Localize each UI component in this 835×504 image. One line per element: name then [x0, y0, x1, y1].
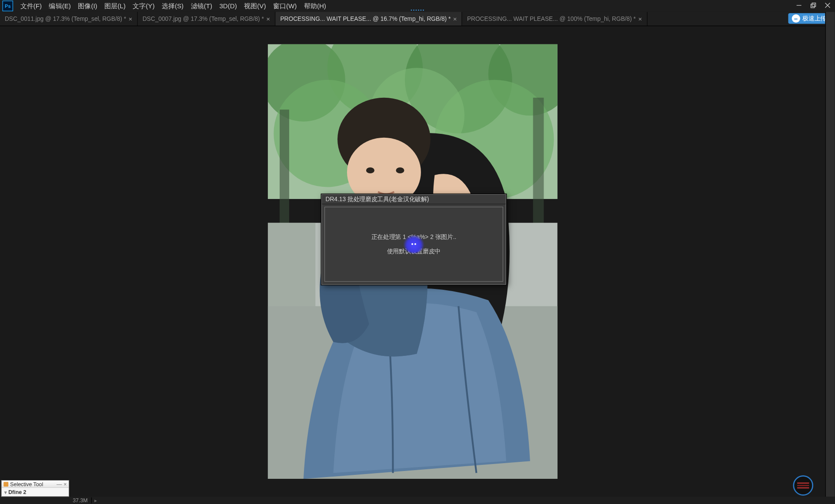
document-tab[interactable]: PROCESSING... WAIT PLEASE... @ 100% (Tem…: [462, 12, 648, 26]
close-icon[interactable]: ×: [266, 15, 270, 22]
svg-rect-1: [811, 4, 815, 8]
chevron-down-icon: ▾: [4, 489, 7, 494]
app-logo: Ps: [2, 0, 13, 11]
selective-tool-body[interactable]: ▾ Dfine 2: [2, 488, 69, 496]
menu-type[interactable]: 文字(Y): [129, 0, 158, 12]
selective-tool-title: Selective Tool: [10, 481, 43, 487]
watermark-badge: [793, 475, 813, 496]
document-tab[interactable]: PROCESSING... WAIT PLEASE... @ 16.7% (Te…: [275, 12, 462, 26]
menu-window[interactable]: 窗口(W): [270, 0, 301, 12]
menu-image[interactable]: 图像(I): [74, 0, 101, 12]
svg-point-21: [366, 167, 374, 173]
cloud-icon: ∞: [792, 14, 800, 23]
document-tab[interactable]: DSC_0007.jpg @ 17.3% (Temp_sel, RGB/8) *…: [138, 12, 276, 26]
selective-tool-window[interactable]: Selective Tool — × ▾ Dfine 2: [1, 480, 69, 497]
svg-point-22: [396, 167, 404, 173]
minimize-icon[interactable]: —: [57, 481, 62, 487]
close-icon[interactable]: ×: [638, 15, 642, 22]
close-icon[interactable]: ×: [129, 15, 133, 22]
cursor-eyes-icon: [411, 243, 416, 245]
menu-edit[interactable]: 编辑(E): [45, 0, 74, 12]
dialog-title[interactable]: DR4.13 批处理磨皮工具(老金汉化破解): [322, 195, 505, 204]
panel-rail[interactable]: [825, 12, 835, 497]
tab-label: DSC_0011.jpg @ 17.3% (Temp_sel, RGB/8) *: [5, 16, 126, 22]
restore-button[interactable]: [806, 0, 821, 11]
tab-label: PROCESSING... WAIT PLEASE... @ 16.7% (Te…: [280, 16, 451, 22]
selective-tool-plugin: Dfine 2: [8, 489, 26, 495]
menu-file[interactable]: 文件(F): [17, 0, 45, 12]
chevron-right-icon[interactable]: ▸: [92, 497, 100, 504]
menu-view[interactable]: 视图(V): [240, 0, 270, 12]
processing-dialog: DR4.13 批处理磨皮工具(老金汉化破解) 正在处理第 1 <%a%> 2 张…: [321, 194, 506, 285]
tab-label: DSC_0007.jpg @ 17.3% (Temp_sel, RGB/8) *: [143, 16, 264, 22]
dialog-body: 正在处理第 1 <%a%> 2 张图片.. 使用默认设置磨皮中: [324, 207, 503, 282]
minimize-button[interactable]: [792, 0, 806, 11]
close-icon[interactable]: ×: [63, 481, 67, 487]
window-controls: [792, 0, 835, 11]
app-small-icon: [3, 481, 8, 486]
menu-3d[interactable]: 3D(D): [216, 1, 240, 11]
menu-select[interactable]: 选择(S): [158, 0, 187, 12]
selective-tool-titlebar[interactable]: Selective Tool — ×: [2, 481, 69, 487]
status-docsize[interactable]: 37.3M: [69, 497, 92, 504]
menu-help[interactable]: 帮助(H): [301, 0, 330, 12]
tab-label: PROCESSING... WAIT PLEASE... @ 100% (Tem…: [467, 16, 636, 22]
menu-filter[interactable]: 滤镜(T): [187, 0, 216, 12]
document-tab[interactable]: DSC_0011.jpg @ 17.3% (Temp_sel, RGB/8) *…: [0, 12, 138, 26]
close-icon[interactable]: ×: [453, 15, 457, 22]
status-bar: 37.3M ▸: [0, 497, 835, 504]
menu-layer[interactable]: 图层(L): [101, 0, 129, 12]
grip-dots-icon: [411, 10, 424, 11]
document-tab-bar: DSC_0011.jpg @ 17.3% (Temp_sel, RGB/8) *…: [0, 12, 835, 26]
svg-rect-14: [280, 109, 289, 241]
svg-rect-15: [533, 98, 544, 241]
svg-rect-2: [812, 3, 815, 7]
close-button[interactable]: [820, 0, 835, 11]
upload-button[interactable]: ∞ 极速上传: [788, 13, 830, 24]
upload-label: 极速上传: [802, 14, 826, 23]
